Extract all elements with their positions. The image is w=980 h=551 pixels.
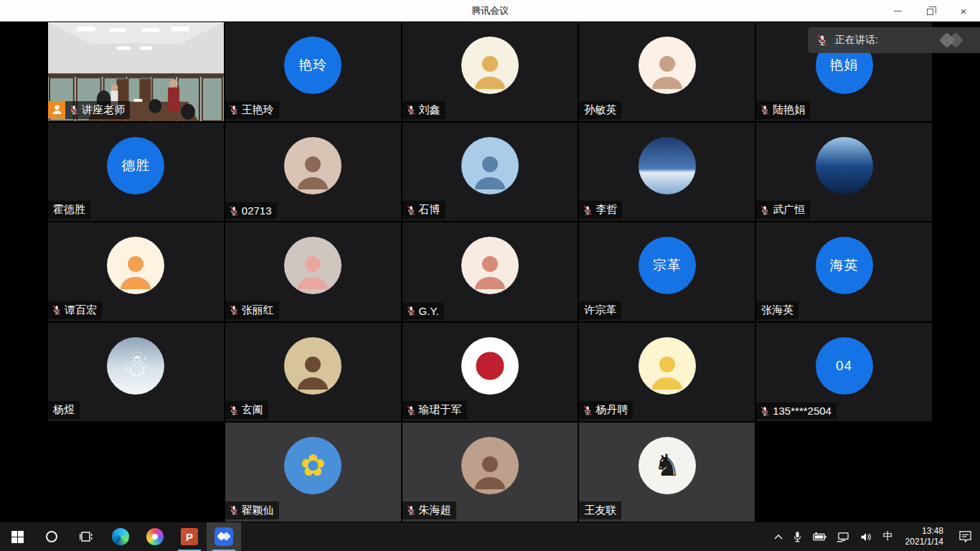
participant-tile[interactable]: 武广恒: [756, 123, 932, 222]
action-center-icon: [959, 531, 971, 542]
participant-tile[interactable]: 瑜珺于军: [402, 323, 578, 422]
avatar-initials: 海英: [816, 237, 873, 294]
close-button[interactable]: ×: [947, 0, 980, 22]
participant-name-label: G.Y.: [402, 303, 444, 319]
participant-name-label: 玄阖: [225, 401, 268, 419]
participant-name-label: 孙敏英: [579, 101, 621, 119]
muted-mic-icon: [816, 34, 828, 46]
participant-tile[interactable]: 02713: [225, 123, 401, 222]
participant-tile[interactable]: 刘鑫: [402, 22, 578, 121]
participant-tile[interactable]: ♞王友联: [579, 423, 755, 522]
avatar-initials: 艳玲: [284, 37, 341, 94]
windows-start-icon: [11, 531, 24, 543]
participant-name-row: 02713: [225, 202, 277, 219]
tray-network-button[interactable]: [831, 522, 855, 551]
avatar-text: 海英: [830, 256, 859, 275]
close-icon: ×: [961, 6, 967, 17]
person-silhouette-icon: [471, 152, 509, 189]
restore-button[interactable]: [914, 0, 947, 22]
powerpoint-button[interactable]: P: [172, 522, 207, 551]
participant-name-label: 讲座老师: [65, 101, 130, 119]
participant-tile[interactable]: 海英张海英: [756, 222, 932, 321]
tray-volume-button[interactable]: [855, 522, 878, 551]
participant-name-label: 朱海超: [402, 501, 456, 519]
avatar-text: 宗革: [653, 256, 682, 275]
participant-name-row: 张海英: [756, 301, 798, 319]
muted-mic-icon: [406, 405, 416, 415]
participant-tile[interactable]: 石博: [402, 123, 578, 222]
avatar-photo: [107, 237, 164, 294]
network-ethernet-icon: [837, 532, 850, 542]
participant-tile[interactable]: 德胜霍德胜: [48, 123, 224, 222]
participant-tile[interactable]: 艳玲 王艳玲: [225, 22, 401, 121]
person-silhouette-icon: [649, 352, 686, 390]
participant-name-label: 王友联: [579, 501, 621, 519]
person-silhouette-icon: [294, 252, 331, 289]
person-silhouette-icon: [294, 152, 331, 189]
person-silhouette-icon: [649, 52, 686, 89]
participant-name-row: 杨煜: [48, 401, 80, 419]
participant-tile[interactable]: 玄阖: [225, 323, 401, 422]
muted-mic-icon: [229, 105, 239, 115]
avatar-photo: [639, 37, 696, 94]
participant-tile[interactable]: 杨丹聘: [579, 323, 755, 422]
participant-name-row: 霍德胜: [48, 201, 90, 219]
chrome-browser-button[interactable]: [138, 522, 172, 551]
cortana-button[interactable]: [34, 522, 69, 551]
muted-mic-icon: [406, 505, 416, 515]
muted-mic-icon: [69, 105, 79, 115]
participant-tile[interactable]: 李哲: [579, 123, 755, 222]
participant-name-row: 孙敏英: [579, 101, 621, 119]
tencent-meeting-icon: [215, 527, 233, 546]
participant-tile[interactable]: ✿ 翟颖仙: [225, 423, 401, 522]
taskbar-app-buttons: P: [0, 522, 241, 551]
participant-tile[interactable]: 张丽红: [225, 222, 401, 321]
participant-tile[interactable]: G.Y.: [402, 222, 578, 321]
window-title: 腾讯会议: [471, 4, 509, 17]
avatar-photo: ☃: [107, 337, 164, 395]
clock-date: 2021/1/14: [905, 537, 943, 547]
participant-name-label: 02713: [225, 202, 277, 219]
participant-tile[interactable]: 宗革许宗革: [579, 222, 755, 321]
edge-browser-button[interactable]: [103, 522, 138, 551]
tray-battery-button[interactable]: [807, 522, 831, 551]
participant-name-label: 张海英: [756, 301, 798, 319]
participant-tile[interactable]: 孙敏英: [579, 22, 755, 121]
avatar-text: 艳娟: [830, 56, 859, 75]
chevron-up-icon: [774, 534, 783, 540]
participant-name: 许宗革: [584, 303, 616, 317]
start-button[interactable]: [0, 522, 34, 551]
hidden-icons-button[interactable]: [769, 522, 788, 551]
taskbar-clock[interactable]: 13:48 2021/1/14: [898, 522, 951, 551]
windows-taskbar: P: [0, 522, 980, 551]
participant-name: 朱海超: [419, 504, 451, 517]
minimize-button[interactable]: [881, 0, 914, 22]
microphone-icon: [793, 531, 802, 543]
participant-name-row: 谭百宏: [48, 301, 102, 319]
input-language-indicator[interactable]: 中: [878, 522, 898, 551]
action-center-button[interactable]: [951, 522, 980, 551]
participant-name-row: 陆艳娟: [756, 101, 810, 119]
tray-microphone-button[interactable]: [788, 522, 807, 551]
person-silhouette-icon: [117, 252, 154, 289]
participant-name: 武广恒: [773, 203, 805, 217]
participant-name-label: 武广恒: [756, 201, 810, 219]
participant-name: 讲座老师: [82, 103, 125, 117]
participant-name: 王友联: [584, 504, 616, 517]
participant-tile[interactable]: 谭百宏: [48, 222, 224, 321]
minimize-icon: [894, 11, 902, 11]
participant-tile[interactable]: 04 135****2504: [756, 323, 932, 422]
person-silhouette-icon: [294, 352, 331, 390]
participant-name: 石博: [419, 203, 440, 217]
participant-name: 孙敏英: [584, 103, 616, 117]
tencent-meeting-button[interactable]: [207, 522, 241, 551]
participant-name-row: 许宗革: [579, 301, 621, 319]
participant-tile[interactable]: 讲座老师: [48, 22, 224, 121]
avatar-photo: [461, 137, 519, 194]
task-view-button[interactable]: [69, 522, 103, 551]
participant-tile[interactable]: 朱海超: [402, 423, 578, 522]
muted-mic-icon: [229, 405, 239, 415]
participant-name-row: 王艳玲: [225, 101, 279, 119]
host-badge: [48, 101, 65, 118]
participant-tile[interactable]: ☃杨煜: [48, 323, 224, 422]
